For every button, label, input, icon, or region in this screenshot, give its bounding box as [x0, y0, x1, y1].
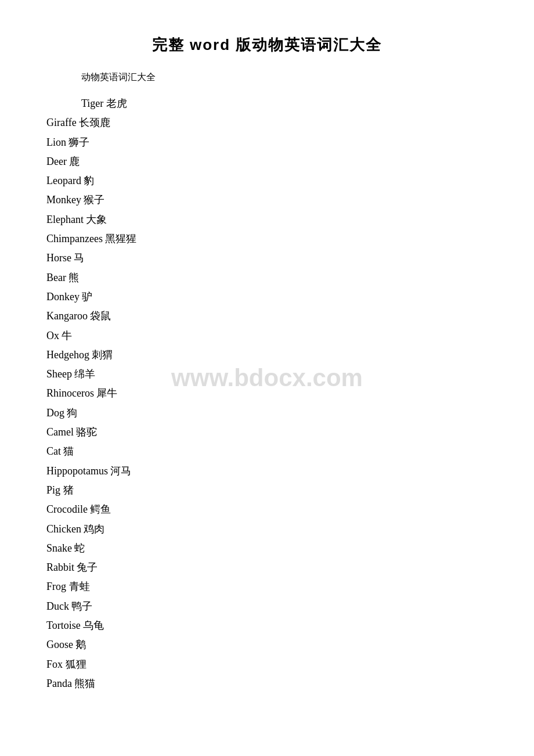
list-item: Bear 熊 [46, 268, 488, 287]
list-item: Horse 马 [46, 249, 488, 268]
list-item: Cat 猫 [46, 442, 488, 461]
list-item: Duck 鸭子 [46, 597, 488, 616]
list-item: Giraffe 长颈鹿 [46, 113, 488, 132]
animal-list: Tiger 老虎Giraffe 长颈鹿Lion 狮子Deer 鹿Leopard … [46, 94, 488, 693]
list-item: Donkey 驴 [46, 287, 488, 307]
list-item: Sheep 绵羊 [46, 365, 488, 384]
list-item: Pig 猪 [46, 481, 488, 500]
list-item: Goose 鹅 [46, 635, 488, 654]
list-item: Ox 牛 [46, 326, 488, 345]
list-item: Hedgehog 刺猬 [46, 345, 488, 365]
list-item: Chicken 鸡肉 [46, 520, 488, 539]
list-item: Kangaroo 袋鼠 [46, 307, 488, 326]
list-item: Fox 狐狸 [46, 655, 488, 674]
list-item: Elephant 大象 [46, 210, 488, 229]
list-item: Camel 骆驼 [46, 423, 488, 442]
list-item: Rhinoceros 犀牛 [46, 384, 488, 403]
list-item: Hippopotamus 河马 [46, 462, 488, 481]
list-item: Chimpanzees 黑猩猩 [46, 229, 488, 249]
list-item: Crocodile 鳄鱼 [46, 500, 488, 519]
list-item: Tiger 老虎 [81, 94, 488, 113]
page-title: 完整 word 版动物英语词汇大全 [46, 35, 488, 55]
list-item: Rabbit 兔子 [46, 558, 488, 577]
list-item: Dog 狗 [46, 404, 488, 423]
list-item: Frog 青蛙 [46, 577, 488, 596]
list-item: Lion 狮子 [46, 133, 488, 152]
list-item: Leopard 豹 [46, 171, 488, 190]
list-item: Snake 蛇 [46, 539, 488, 558]
list-item: Tortoise 乌龟 [46, 616, 488, 635]
list-item: Panda 熊猫 [46, 674, 488, 693]
list-item: Monkey 猴子 [46, 190, 488, 210]
subtitle: 动物英语词汇大全 [81, 71, 488, 84]
list-item: Deer 鹿 [46, 152, 488, 171]
